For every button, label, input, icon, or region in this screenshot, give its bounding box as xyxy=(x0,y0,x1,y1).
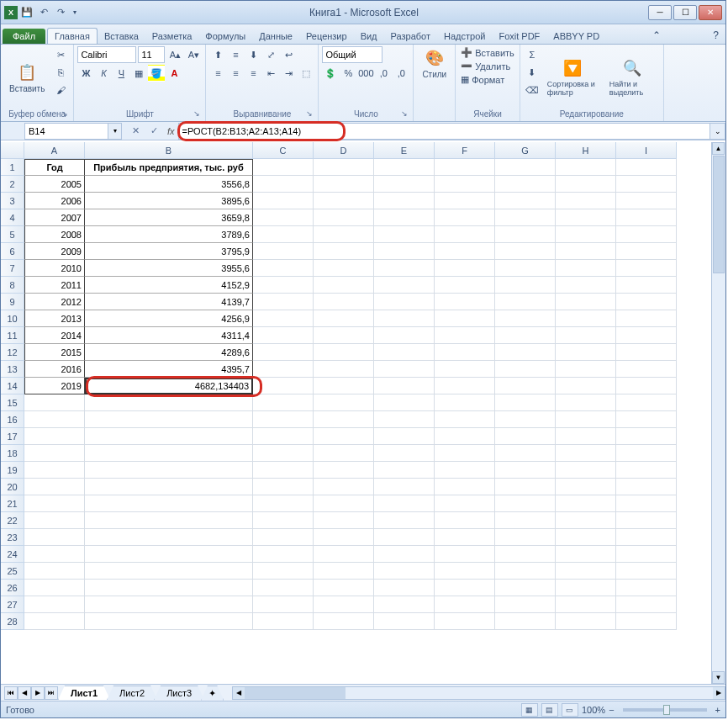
cell-C2[interactable] xyxy=(253,176,314,193)
cell-E9[interactable] xyxy=(374,294,435,310)
cell-H17[interactable] xyxy=(556,428,616,445)
cell-B15[interactable] xyxy=(85,394,253,411)
row-header-3[interactable]: 3 xyxy=(1,193,24,209)
cell-F19[interactable] xyxy=(435,462,495,479)
cell-C24[interactable] xyxy=(253,546,314,563)
maximize-button[interactable]: ☐ xyxy=(673,5,697,20)
cell-C11[interactable] xyxy=(253,327,314,344)
cell-I16[interactable] xyxy=(616,411,677,428)
row-header-14[interactable]: 14 xyxy=(1,378,24,394)
align-center[interactable]: ≡ xyxy=(227,65,244,82)
sheet-tab-3[interactable]: Лист3 xyxy=(154,686,204,700)
cell-D7[interactable] xyxy=(314,260,374,277)
cell-D8[interactable] xyxy=(314,277,374,294)
cell-E21[interactable] xyxy=(374,495,435,512)
cell-H6[interactable] xyxy=(556,243,616,260)
cell-H8[interactable] xyxy=(556,277,616,294)
scroll-right[interactable]: ▶ xyxy=(713,687,725,699)
zoom-in[interactable]: + xyxy=(715,705,720,715)
cell-A12[interactable]: 2015 xyxy=(24,344,85,361)
cell-I1[interactable] xyxy=(616,159,677,176)
cell-F26[interactable] xyxy=(435,580,495,596)
cell-D16[interactable] xyxy=(314,411,374,428)
cell-D18[interactable] xyxy=(314,445,374,462)
dec-decimal[interactable]: ,0 xyxy=(393,65,409,82)
cell-C20[interactable] xyxy=(253,479,314,495)
cell-I5[interactable] xyxy=(616,226,677,243)
cell-G18[interactable] xyxy=(495,445,556,462)
scroll-up[interactable]: ▲ xyxy=(712,142,725,155)
tab-formulas[interactable]: Формулы xyxy=(198,29,252,44)
cell-A11[interactable]: 2014 xyxy=(24,327,85,344)
cell-H16[interactable] xyxy=(556,411,616,428)
cell-B4[interactable]: 3659,8 xyxy=(85,209,253,226)
col-header-C[interactable]: C xyxy=(253,142,314,159)
italic-button[interactable]: К xyxy=(95,65,112,82)
cell-H25[interactable] xyxy=(556,563,616,580)
cell-F17[interactable] xyxy=(435,428,495,445)
cell-B7[interactable]: 3955,6 xyxy=(85,260,253,277)
tab-last[interactable]: ⏭ xyxy=(45,686,58,700)
cell-H11[interactable] xyxy=(556,327,616,344)
cell-I11[interactable] xyxy=(616,327,677,344)
cell-H4[interactable] xyxy=(556,209,616,226)
row-header-16[interactable]: 16 xyxy=(1,411,24,428)
cell-E6[interactable] xyxy=(374,243,435,260)
cell-I6[interactable] xyxy=(616,243,677,260)
cell-F24[interactable] xyxy=(435,546,495,563)
sheet-tab-1[interactable]: Лист1 xyxy=(58,686,110,700)
cell-F8[interactable] xyxy=(435,277,495,294)
cell-H12[interactable] xyxy=(556,344,616,361)
cell-H26[interactable] xyxy=(556,580,616,596)
enter-formula[interactable]: ✓ xyxy=(145,124,162,139)
col-header-A[interactable]: A xyxy=(24,142,85,159)
cell-I17[interactable] xyxy=(616,428,677,445)
cell-B24[interactable] xyxy=(85,546,253,563)
cell-E20[interactable] xyxy=(374,479,435,495)
cell-B28[interactable] xyxy=(85,613,253,630)
cell-G13[interactable] xyxy=(495,361,556,378)
row-header-26[interactable]: 26 xyxy=(1,580,24,596)
cell-A13[interactable]: 2016 xyxy=(24,361,85,378)
cell-D10[interactable] xyxy=(314,310,374,327)
scroll-thumb-v[interactable] xyxy=(713,156,725,273)
cell-B9[interactable]: 4139,7 xyxy=(85,294,253,310)
tab-review[interactable]: Рецензир xyxy=(299,29,354,44)
tab-insert[interactable]: Вставка xyxy=(98,29,145,44)
cell-C25[interactable] xyxy=(253,563,314,580)
sheet-tab-2[interactable]: Лист2 xyxy=(107,686,157,700)
cell-D17[interactable] xyxy=(314,428,374,445)
align-launcher[interactable]: ↘ xyxy=(306,109,316,119)
cell-C26[interactable] xyxy=(253,580,314,596)
formula-expand[interactable]: ⌄ xyxy=(710,123,725,140)
cell-A7[interactable]: 2010 xyxy=(24,260,85,277)
zoom-out[interactable]: − xyxy=(609,705,614,715)
cell-G28[interactable] xyxy=(495,613,556,630)
font-color[interactable]: A xyxy=(166,65,182,82)
formula-bar[interactable]: =РОСТ(B2:B13;A2:A13;A14) xyxy=(178,123,710,140)
cell-I7[interactable] xyxy=(616,260,677,277)
cell-B19[interactable] xyxy=(85,462,253,479)
col-header-E[interactable]: E xyxy=(374,142,435,159)
cell-E26[interactable] xyxy=(374,580,435,596)
close-button[interactable]: ✕ xyxy=(699,5,722,20)
cell-H14[interactable] xyxy=(556,378,616,394)
cell-F6[interactable] xyxy=(435,243,495,260)
cell-I3[interactable] xyxy=(616,193,677,209)
cell-F23[interactable] xyxy=(435,529,495,546)
bold-button[interactable]: Ж xyxy=(77,65,94,82)
cell-E25[interactable] xyxy=(374,563,435,580)
cell-D2[interactable] xyxy=(314,176,374,193)
sort-filter[interactable]: 🔽 Сортировка и фильтр xyxy=(542,46,603,109)
cell-G9[interactable] xyxy=(495,294,556,310)
merge-button[interactable]: ⬚ xyxy=(298,65,314,82)
cell-F4[interactable] xyxy=(435,209,495,226)
border-button[interactable]: ▦ xyxy=(130,65,147,82)
cell-G20[interactable] xyxy=(495,479,556,495)
cell-E12[interactable] xyxy=(374,344,435,361)
cell-B5[interactable]: 3789,6 xyxy=(85,226,253,243)
cell-D26[interactable] xyxy=(314,580,374,596)
cell-B27[interactable] xyxy=(85,596,253,613)
cell-B25[interactable] xyxy=(85,563,253,580)
cell-B2[interactable]: 3556,8 xyxy=(85,176,253,193)
